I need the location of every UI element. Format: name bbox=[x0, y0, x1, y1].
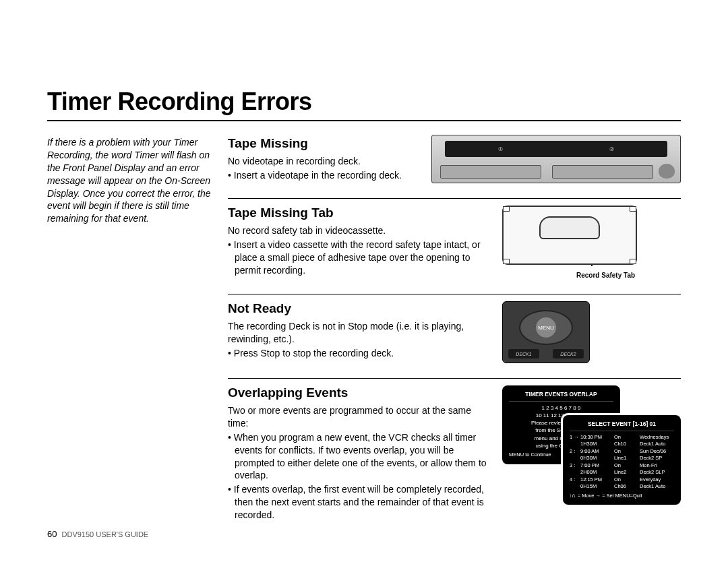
tape-tab-line: No record safety tab in videocassette. bbox=[228, 224, 490, 237]
tape-slot-1 bbox=[440, 165, 541, 179]
osd-select-event: SELECT EVENT [1-16] 01 1 →10:30 PMOnWedn… bbox=[563, 415, 681, 505]
intro-column: If there is a problem with your Timer Re… bbox=[47, 136, 213, 528]
section-tape-tab: Tape Missing Tab No record safety tab in… bbox=[228, 198, 681, 286]
deck1-indicator: ① bbox=[498, 146, 503, 152]
osd2-foot: ↑/↓ = Move → = Sel MENU=Quit bbox=[570, 493, 674, 500]
osd1-title: TIMER EVENTS OVERLAP bbox=[509, 391, 613, 402]
tape-missing-bullet: Insert a videotape in the recording deck… bbox=[228, 169, 419, 182]
not-ready-title: Not Ready bbox=[228, 301, 490, 316]
tape-missing-title: Tape Missing bbox=[228, 136, 419, 151]
footer-guide-text: DDV9150 USER'S GUIDE bbox=[62, 530, 149, 538]
not-ready-bullet: Press Stop to stop the recording deck. bbox=[228, 347, 490, 360]
remote-control-illustration: MENU DECK1 DECK2 bbox=[502, 301, 590, 363]
tape-missing-line: No videotape in recording deck. bbox=[228, 155, 419, 168]
overlap-bullet-1: When you program a new event, the VCR ch… bbox=[228, 431, 490, 482]
not-ready-line: The recording Deck is not in Stop mode (… bbox=[228, 320, 490, 346]
osd2-row: 1 →10:30 PMOnWednesdays bbox=[570, 434, 674, 441]
sections-column: Tape Missing No videotape in recording d… bbox=[228, 136, 681, 528]
tape-tab-bullet: Insert a video cassette with the record … bbox=[228, 239, 490, 277]
osd2-row: 0H30MLine1Deck2 SP bbox=[570, 455, 674, 462]
osd2-row: 1H30MCh10Deck1 Auto bbox=[570, 441, 674, 448]
section-tape-missing: Tape Missing No videotape in recording d… bbox=[228, 136, 681, 190]
deck2-indicator: ② bbox=[609, 146, 614, 152]
dpad-icon: MENU bbox=[519, 310, 573, 345]
intro-text: If there is a problem with your Timer Re… bbox=[47, 136, 213, 225]
osd2-row: 3 :7:00 PMOnMon-Fri bbox=[570, 462, 674, 470]
vcr-front-panel-illustration: ① ② bbox=[431, 135, 681, 183]
osd1-row1: 1 2 3 4 5 6 7 8 9 bbox=[509, 404, 613, 412]
osd2-row: 4 :12:15 PMOnEveryday bbox=[570, 476, 674, 484]
osd2-title: SELECT EVENT [1-16] 01 bbox=[570, 420, 674, 431]
title-rule bbox=[47, 120, 681, 121]
osd2-rows: 1 →10:30 PMOnWednesdays1H30MCh10Deck1 Au… bbox=[570, 434, 674, 491]
page-footer: 60 DDV9150 USER'S GUIDE bbox=[47, 529, 148, 539]
osd-screens-illustration: TIMER EVENTS OVERLAP 1 2 3 4 5 6 7 8 9 1… bbox=[502, 385, 681, 493]
overlap-line: Two or more events are programmed to occ… bbox=[228, 404, 490, 430]
record-safety-tab-label: Record Safety Tab bbox=[576, 272, 635, 279]
content-columns: If there is a problem with your Timer Re… bbox=[47, 136, 681, 528]
osd2-row: 2 :9:00 AMOnSun Dec/06 bbox=[570, 448, 674, 456]
videocassette-illustration bbox=[502, 206, 637, 265]
page-number: 60 bbox=[47, 529, 57, 539]
section-not-ready: Not Ready The recording Deck is not in S… bbox=[228, 294, 681, 370]
section-overlapping-events: Overlapping Events Two or more events ar… bbox=[228, 378, 681, 528]
overlap-title: Overlapping Events bbox=[228, 385, 490, 400]
osd2-row: 2H00MLine2Deck2 SLP bbox=[570, 469, 674, 476]
brand-logo-icon bbox=[659, 164, 675, 179]
page-title: Timer Recording Errors bbox=[47, 88, 681, 116]
overlap-bullet-2: If events overlap, the first event will … bbox=[228, 483, 490, 522]
deck2-button: DECK2 bbox=[553, 349, 584, 358]
tape-slot-2 bbox=[552, 165, 653, 179]
menu-button: MENU bbox=[536, 317, 556, 338]
osd2-row: 0H15MCh06Deck1 Auto bbox=[570, 483, 674, 491]
tape-tab-title: Tape Missing Tab bbox=[228, 206, 490, 220]
deck1-button: DECK1 bbox=[508, 349, 539, 358]
